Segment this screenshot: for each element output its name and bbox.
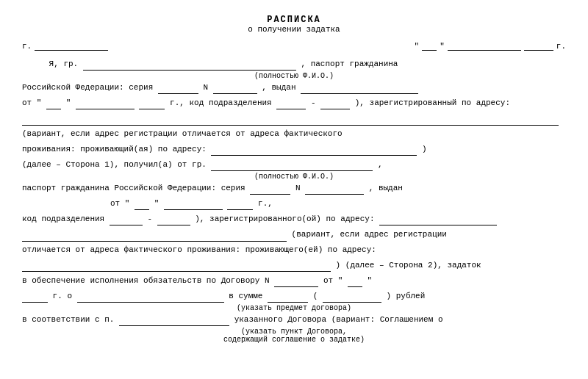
n-label-2: N	[295, 184, 301, 192]
q1-3: "	[338, 276, 343, 285]
year-g-label: г., код подразделения	[170, 98, 272, 107]
side2-label: ) (далее – Сторона 2), задаток	[336, 261, 481, 270]
year-label-right: г.	[556, 42, 566, 51]
header-left: г.	[22, 41, 108, 51]
n-label: N	[203, 83, 208, 92]
note-5: содержащий соглашение о задатке)	[22, 336, 566, 344]
year-field	[524, 41, 553, 51]
para-4	[22, 111, 566, 125]
amount-label: в сумме	[229, 292, 262, 300]
q1-2: "	[125, 199, 130, 208]
para-1: Я, гр. , паспорт гражданина	[22, 57, 566, 71]
sum-words-field	[323, 289, 381, 303]
code-field-2	[320, 95, 350, 109]
indent-1	[22, 57, 44, 71]
para-11: отличается от адреса фактического прожив…	[22, 243, 566, 256]
document-subtitle: о получении задатка	[22, 25, 566, 34]
city-field	[35, 41, 108, 51]
subject-field	[77, 289, 224, 303]
issued-label: , выдан	[262, 83, 295, 92]
dash-1: -	[311, 98, 316, 107]
fio-field-1	[83, 57, 296, 71]
address-field-2	[379, 212, 497, 225]
reg-label-2: ), зарегистрированного(ой) по адресу:	[195, 214, 374, 223]
header-row: г. " " г.	[22, 41, 566, 51]
note-2: (полностью Ф.И.О.)	[22, 173, 566, 181]
year-contract-field	[22, 289, 48, 303]
variant-text-1: (вариант, если адрес регистрации отличае…	[22, 129, 343, 138]
contract-n-field	[274, 273, 318, 287]
para-3: от " " г., код подразделения - ), зареги…	[22, 95, 566, 109]
day-issued-field	[46, 95, 61, 109]
side1-label: (далее – Сторона 1), получил(а) от гр.	[22, 160, 207, 169]
note-3: (указать предмет договора)	[22, 304, 566, 312]
living-label: проживания: проживающий(ая) по адресу:	[22, 145, 207, 154]
city-label: г.	[22, 42, 32, 51]
rf-series-label: Российской Федерации: серия	[22, 83, 153, 92]
address-field-3	[22, 227, 287, 241]
dash-2: -	[147, 214, 152, 223]
open-paren: (	[313, 292, 318, 300]
comma-1: ,	[378, 160, 383, 169]
agreement-label: указанного Договора (вариант: Соглашение…	[234, 315, 443, 324]
from-label-1: от	[22, 98, 32, 107]
para-14: г. о в сумме ( ) рублей	[22, 289, 566, 303]
para-8: от " " г.,	[22, 196, 566, 210]
series-field-2	[250, 181, 290, 195]
quote-open: "	[415, 42, 420, 51]
year-g-label-2: г.,	[258, 199, 273, 208]
title-block: РАСПИСКА о получении задатка	[22, 15, 566, 34]
month-issued-field	[76, 95, 135, 109]
document-title: РАСПИСКА	[22, 15, 566, 25]
q2-3: "	[368, 276, 373, 285]
para-10: (вариант, если адрес регистрации	[22, 227, 566, 241]
year-issued-field-2	[227, 196, 253, 210]
living-label-2: отличается от адреса фактического прожив…	[22, 245, 376, 254]
para-5: проживания: проживающий(ая) по адресу: )	[22, 142, 566, 156]
para-13: в обеспечение исполнения обязательств по…	[22, 273, 566, 287]
currency-label: ) рублей	[387, 292, 426, 300]
sum-field	[268, 289, 308, 303]
code-label-2: код подразделения	[22, 214, 104, 223]
note-4: (указать пункт Договора,	[22, 328, 566, 336]
ya-gr-label: Я, гр.	[49, 59, 79, 68]
year-issued-field	[139, 95, 165, 109]
living-field	[211, 142, 417, 156]
code-field-1	[276, 95, 306, 109]
number-field	[213, 80, 257, 94]
accordance-label: в соответствии с п.	[22, 315, 114, 324]
day-issued-field-2	[135, 196, 149, 210]
issued-field	[301, 80, 418, 94]
passport-rf-label: паспорт гражданина Российской Федерации:…	[22, 184, 245, 192]
para-15: в соответствии с п. указанного Договора …	[22, 312, 566, 326]
number-field-2	[305, 181, 364, 195]
para-9: код подразделения - ), зарегистрированно…	[22, 212, 566, 225]
year-go-label: г. о	[53, 292, 72, 300]
document: РАСПИСКА о получении задатка г. " " г. Я…	[22, 15, 566, 344]
issued-label-2: , выдан	[369, 184, 403, 192]
from-label-2: от	[110, 199, 120, 208]
series-field	[158, 80, 198, 94]
month-issued-field-2	[164, 196, 223, 210]
passport-label: , паспорт гражданина	[301, 59, 398, 68]
q2-2: "	[154, 199, 159, 208]
text-block: Я, гр. , паспорт гражданина (полностью Ф…	[22, 57, 566, 344]
closing-paren: )	[422, 145, 427, 154]
q2-1: "	[66, 98, 71, 107]
code-field-3	[110, 212, 143, 225]
day-contract-field	[348, 273, 362, 287]
variant-text-2: (вариант, если адрес регистрации	[292, 230, 447, 239]
day-field	[422, 41, 437, 51]
month-field	[448, 41, 521, 51]
reg-label-1: ), зарегистрированный по адресу:	[355, 98, 510, 107]
living-field-2	[22, 258, 331, 272]
code-field-4	[157, 212, 190, 225]
para-7: паспорт гражданина Российской Федерации:…	[22, 181, 566, 195]
para-4b: (вариант, если адрес регистрации отличае…	[22, 127, 566, 140]
note-1: (полностью Ф.И.О.)	[22, 72, 566, 80]
para-2: Российской Федерации: серия N , выдан	[22, 80, 566, 94]
from-label-3: от	[323, 276, 333, 285]
fio-field-2	[211, 157, 373, 171]
para-12: ) (далее – Сторона 2), задаток	[22, 258, 566, 272]
point-field	[119, 312, 229, 326]
